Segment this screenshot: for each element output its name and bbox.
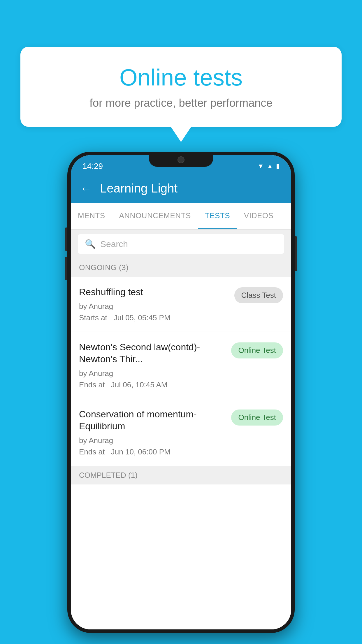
search-icon: 🔍 (85, 239, 96, 249)
test-badge-1: Class Test (234, 287, 283, 303)
test-badge-2: Online Test (231, 342, 283, 358)
test-time-label-1: Starts at (79, 313, 107, 322)
phone-mockup: 14:29 ▼ ▲ ▮ ← Learning Light MENTS ANNOU… (67, 152, 295, 633)
test-time-value-3: Jun 10, 06:00 PM (111, 447, 171, 456)
tabs-bar: MENTS ANNOUNCEMENTS TESTS VIDEOS (71, 203, 291, 230)
phone-notch (149, 152, 213, 167)
test-item-2[interactable]: Newton's Second law(contd)-Newton's Thir… (71, 332, 291, 399)
phone-screen: 14:29 ▼ ▲ ▮ ← Learning Light MENTS ANNOU… (71, 155, 291, 629)
test-info-3: Conservation of momentum-Equilibrium by … (79, 408, 226, 456)
bubble-subtitle: for more practice, better performance (44, 97, 318, 109)
test-time-1: Starts at Jul 05, 05:45 PM (79, 313, 230, 322)
test-time-value-1: Jul 05, 05:45 PM (114, 313, 171, 322)
battery-icon: ▮ (276, 162, 280, 170)
test-time-label-3: Ends at (79, 447, 105, 456)
tab-tests[interactable]: TESTS (198, 203, 237, 229)
test-author-2: by Anurag (79, 369, 226, 378)
tab-announcements[interactable]: ANNOUNCEMENTS (112, 203, 198, 229)
phone-camera (178, 156, 184, 163)
search-container: 🔍 Search (71, 230, 291, 258)
test-list: Reshuffling test by Anurag Starts at Jul… (71, 277, 291, 629)
bubble-title: Online tests (44, 64, 318, 91)
tab-videos[interactable]: VIDEOS (237, 203, 280, 229)
test-item-3[interactable]: Conservation of momentum-Equilibrium by … (71, 399, 291, 466)
back-button[interactable]: ← (80, 182, 92, 195)
test-badge-3: Online Test (231, 410, 283, 426)
test-author-3: by Anurag (79, 436, 226, 445)
app-title: Learning Light (100, 181, 178, 195)
test-name-1: Reshuffling test (79, 286, 230, 298)
test-item-1[interactable]: Reshuffling test by Anurag Starts at Jul… (71, 277, 291, 332)
ongoing-header: ONGOING (3) (71, 258, 291, 277)
status-time: 14:29 (82, 162, 103, 171)
power-button[interactable] (295, 236, 297, 271)
wifi-icon: ▼ (257, 162, 264, 170)
test-info-2: Newton's Second law(contd)-Newton's Thir… (79, 341, 226, 389)
app-bar: ← Learning Light (71, 174, 291, 203)
volume-up-button[interactable] (65, 228, 67, 251)
speech-bubble: Online tests for more practice, better p… (20, 47, 342, 127)
test-info-1: Reshuffling test by Anurag Starts at Jul… (79, 286, 230, 322)
test-time-value-2: Jul 06, 10:45 AM (111, 380, 168, 389)
search-input-wrap[interactable]: 🔍 Search (78, 234, 284, 254)
test-author-1: by Anurag (79, 302, 230, 311)
volume-down-button[interactable] (65, 257, 67, 280)
test-time-label-2: Ends at (79, 380, 105, 389)
test-name-3: Conservation of momentum-Equilibrium (79, 408, 226, 433)
tab-ments[interactable]: MENTS (71, 203, 112, 229)
status-icons: ▼ ▲ ▮ (257, 162, 280, 170)
signal-icon: ▲ (267, 162, 273, 170)
completed-header: COMPLETED (1) (71, 466, 291, 484)
phone-frame: 14:29 ▼ ▲ ▮ ← Learning Light MENTS ANNOU… (67, 152, 295, 633)
speech-bubble-section: Online tests for more practice, better p… (20, 47, 342, 127)
test-time-3: Ends at Jun 10, 06:00 PM (79, 447, 226, 456)
test-time-2: Ends at Jul 06, 10:45 AM (79, 380, 226, 389)
search-placeholder: Search (100, 239, 128, 249)
test-name-2: Newton's Second law(contd)-Newton's Thir… (79, 341, 226, 365)
